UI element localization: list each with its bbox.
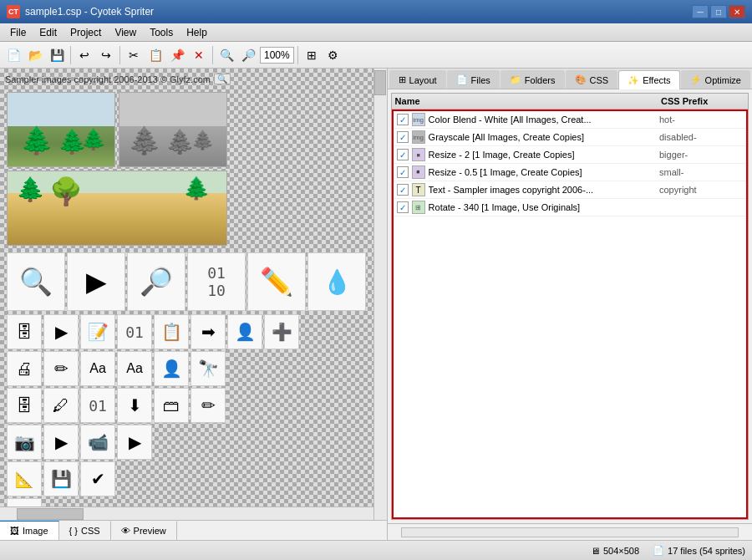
toolbar: 📄 📂 💾 ↩ ↪ ✂ 📋 📌 ✕ 🔍 🔎 100% ⊞ ⚙ (0, 42, 752, 69)
effect-row-colorblend[interactable]: ✓ img Color Blend - White [All Images, C… (394, 111, 746, 129)
monitor-icon: 🖥 (591, 546, 600, 556)
sprite-text-a: Aa (80, 351, 115, 386)
effect-css-1: hot- (659, 115, 743, 125)
settings-button[interactable]: ⚙ (323, 45, 343, 65)
effect-name-1: Color Blend - White [All Images, Creat..… (429, 115, 659, 125)
zoom-level[interactable]: 100% (260, 47, 294, 64)
paste-button[interactable]: 📌 (167, 45, 187, 65)
dimensions-value: 504×508 (603, 546, 639, 556)
sprite-down: ⬇ (117, 388, 152, 423)
effect-check-2[interactable]: ✓ (397, 131, 409, 143)
effect-row-rotate[interactable]: ✓ ⊞ Rotate - 340 [1 Image, Use Originals… (394, 199, 746, 216)
sprite-add: ➕ (264, 314, 299, 349)
effect-row-resize2[interactable]: ✓ ■ Resize - 2 [1 Image, Create Copies] … (394, 146, 746, 164)
sprite-text-a2: Aa (117, 351, 152, 386)
separator-4 (297, 46, 298, 64)
sprite-down-arrow: ⬇ (7, 498, 42, 507)
sprite-binoculars: 🔭 (191, 351, 226, 386)
status-bar: 🖥 504×508 📄 17 files (54 sprites) (0, 540, 752, 560)
open-button[interactable]: 📂 (25, 45, 45, 65)
redo-button[interactable]: ↪ (96, 45, 116, 65)
sprite-print: 🖨 (7, 351, 42, 386)
effect-check-4[interactable]: ✓ (397, 166, 409, 178)
effect-row-text[interactable]: ✓ T Text - Sampler images copyright 2006… (394, 181, 746, 199)
grid-button[interactable]: ⊞ (302, 45, 322, 65)
zoom-in-button[interactable]: 🔎 (238, 45, 258, 65)
tab-image-label: Image (23, 526, 48, 536)
panel-tab-optimize[interactable]: ⚡ Optimize (681, 70, 750, 89)
delete-button[interactable]: ✕ (189, 45, 209, 65)
files-value: 17 files (54 sprites) (668, 546, 745, 556)
canvas-label: Sampler images copyright 2006-2013 © Gly… (5, 74, 211, 84)
tab-preview-label: Preview (134, 526, 166, 536)
col-name-header: Name (395, 96, 661, 106)
canvas-zoom-icon[interactable]: 🔍 (214, 74, 231, 84)
undo-button[interactable]: ↩ (74, 45, 94, 65)
effects-tab-label: Effects (643, 75, 670, 85)
menu-tools[interactable]: Tools (143, 25, 180, 40)
app-icon: CT (7, 5, 20, 18)
sprite-ruler: 📐 (7, 461, 42, 496)
effect-icon-1: img (412, 113, 425, 126)
panel-tab-files[interactable]: 📄 Files (447, 70, 500, 89)
canvas-content: Sampler images copyright 2006-2013 © Gly… (0, 69, 373, 507)
sprite-play3: ▶ (43, 425, 79, 460)
zoom-out-button[interactable]: 🔍 (216, 45, 236, 65)
sprite-camera: 📷 (7, 425, 42, 460)
panel-tab-effects[interactable]: ✨ Effects (618, 70, 679, 89)
effect-row-resize05[interactable]: ✓ ◾ Resize - 0.5 [1 Image, Create Copies… (394, 164, 746, 181)
tab-image[interactable]: 🖼 Image (0, 521, 59, 540)
right-panel-scrollbar[interactable] (388, 523, 752, 540)
effect-css-2: disabled- (659, 132, 743, 142)
menu-bar: File Edit Project View Tools Help (0, 23, 752, 42)
separator-1 (70, 46, 71, 64)
tab-preview[interactable]: 👁 Preview (111, 521, 177, 540)
menu-help[interactable]: Help (180, 25, 214, 40)
panel-tab-layout[interactable]: ⊞ Layout (389, 70, 446, 89)
effects-panel: Name CSS Prefix ✓ img Color Blend - Whit… (391, 93, 749, 520)
menu-view[interactable]: View (108, 25, 143, 40)
canvas-horizontal-scrollbar[interactable] (0, 507, 373, 520)
sprite-cam2: 📹 (80, 425, 115, 460)
close-button[interactable]: ✕ (729, 5, 745, 18)
effect-row-grayscale[interactable]: ✓ img Grayscale [All Images, Create Copi… (394, 129, 746, 146)
files-tab-label: Files (471, 75, 490, 85)
copy-button[interactable]: 📋 (145, 45, 165, 65)
menu-file[interactable]: File (3, 25, 33, 40)
tab-css[interactable]: { } CSS (59, 521, 111, 540)
effect-check-3[interactable]: ✓ (397, 149, 409, 160)
css-tab-label: CSS (590, 75, 609, 85)
left-panel-tab-bar: 🖼 Image { } CSS 👁 Preview (0, 520, 387, 540)
panel-tab-folders[interactable]: 📁 Folders (500, 70, 565, 89)
effects-table-header: Name CSS Prefix (392, 94, 748, 109)
window-title: sample1.csp - Cyotek Spriter (25, 6, 692, 18)
canvas-vertical-scrollbar[interactable] (373, 69, 387, 520)
optimize-tab-label: Optimize (705, 75, 741, 85)
effect-name-2: Grayscale [All Images, Create Copies] (429, 132, 659, 142)
sprite-edit: ✏ (43, 351, 79, 386)
icon-sprites-row2: 🗄 ▶ 📝 01 📋 ➡ 👤 ➕ (0, 314, 373, 351)
new-button[interactable]: 📄 (3, 45, 23, 65)
sprite-db2: 🗄 (7, 388, 42, 423)
effects-list[interactable]: ✓ img Color Blend - White [All Images, C… (392, 109, 748, 519)
save-button[interactable]: 💾 (47, 45, 67, 65)
status-files: 📄 17 files (54 sprites) (653, 545, 745, 556)
sprite-pen2: 🖊 (43, 388, 79, 423)
tab-css-label: CSS (81, 526, 100, 536)
panel-tab-css[interactable]: 🎨 CSS (566, 70, 618, 89)
sprite-magnifier: 🔍 (7, 252, 65, 311)
sprite-play2: ▶ (43, 314, 79, 349)
effect-check-5[interactable]: ✓ (397, 184, 409, 196)
cut-button[interactable]: ✂ (124, 45, 144, 65)
canvas-area[interactable]: Sampler images copyright 2006-2013 © Gly… (0, 69, 387, 520)
main-layout: Sampler images copyright 2006-2013 © Gly… (0, 69, 752, 540)
menu-edit[interactable]: Edit (33, 25, 64, 40)
icon-sprites-row: 🔍 ▶ 🔎 0110 ✏️ 💧 (0, 249, 373, 314)
effect-check-6[interactable]: ✓ (397, 201, 409, 213)
effect-check-1[interactable]: ✓ (397, 114, 409, 125)
icon-sprites-row5: 📷 ▶ 📹 ▶ (0, 425, 373, 461)
maximize-button[interactable]: □ (710, 5, 727, 18)
minimize-button[interactable]: ─ (692, 5, 709, 18)
files-icon: 📄 (653, 545, 664, 556)
menu-project[interactable]: Project (64, 25, 108, 40)
